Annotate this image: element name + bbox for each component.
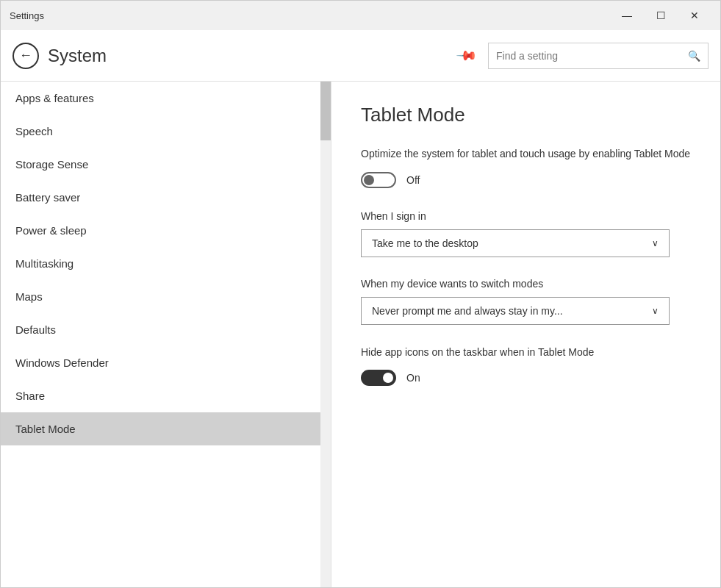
tablet-mode-toggle-row: Off	[361, 172, 691, 188]
search-input[interactable]	[496, 50, 688, 62]
tablet-mode-description: Optimize the system for tablet and touch…	[361, 147, 691, 162]
close-button[interactable]: ✕	[678, 1, 711, 30]
switch-modes-dropdown-chevron: ∨	[652, 306, 659, 316]
page-title: System	[48, 46, 445, 66]
hide-icons-toggle[interactable]	[361, 370, 396, 386]
title-controls: — ☐ ✕	[610, 1, 711, 30]
sidebar-item-power-sleep[interactable]: Power & sleep	[1, 214, 331, 247]
pin-icon[interactable]: 📌	[449, 37, 484, 73]
sidebar-item-share[interactable]: Share	[1, 379, 331, 412]
title-bar: Settings — ☐ ✕	[1, 1, 720, 30]
content-area: Apps & features Speech Storage Sense Bat…	[1, 82, 720, 587]
window-title: Settings	[10, 10, 44, 21]
sidebar-item-defaults[interactable]: Defaults	[1, 313, 331, 346]
section-title: Tablet Mode	[361, 104, 691, 126]
sign-in-dropdown-chevron: ∨	[652, 238, 659, 248]
sign-in-dropdown[interactable]: Take me to the desktop ∨	[361, 229, 670, 257]
hide-icons-description: Hide app icons on the taskbar when in Ta…	[361, 345, 691, 360]
search-icon: 🔍	[688, 50, 700, 62]
settings-window: Settings — ☐ ✕ ← System 📌 🔍 Apps & featu…	[0, 0, 721, 588]
main-content: Tablet Mode Optimize the system for tabl…	[331, 82, 720, 587]
sidebar-item-multitasking[interactable]: Multitasking	[1, 247, 331, 280]
sidebar-item-apps-features[interactable]: Apps & features	[1, 82, 331, 115]
sidebar-item-windows-defender[interactable]: Windows Defender	[1, 346, 331, 379]
sign-in-label: When I sign in	[361, 210, 691, 222]
hide-icons-toggle-thumb	[383, 373, 393, 383]
hide-icons-toggle-row: On	[361, 370, 691, 386]
search-box: 🔍	[488, 43, 709, 69]
header-bar: ← System 📌 🔍	[1, 30, 720, 82]
tablet-mode-toggle-thumb	[364, 175, 374, 185]
sign-in-dropdown-value: Take me to the desktop	[372, 237, 478, 249]
scrollbar-thumb[interactable]	[320, 82, 331, 140]
switch-modes-label: When my device wants to switch modes	[361, 278, 691, 290]
tablet-mode-toggle-label: Off	[406, 174, 420, 186]
sidebar-item-speech[interactable]: Speech	[1, 115, 331, 148]
title-bar-left: Settings	[10, 10, 44, 21]
hide-icons-toggle-label: On	[406, 372, 420, 384]
minimize-button[interactable]: —	[610, 1, 644, 30]
sidebar-item-tablet-mode[interactable]: Tablet Mode	[1, 412, 331, 445]
sidebar-item-storage-sense[interactable]: Storage Sense	[1, 148, 331, 181]
sidebar-item-battery-saver[interactable]: Battery saver	[1, 181, 331, 214]
sidebar: Apps & features Speech Storage Sense Bat…	[1, 82, 331, 587]
scrollbar-track	[320, 82, 331, 587]
switch-modes-dropdown[interactable]: Never prompt me and always stay in my...…	[361, 297, 670, 325]
maximize-button[interactable]: ☐	[644, 1, 678, 30]
back-button[interactable]: ←	[12, 43, 39, 69]
sidebar-item-maps[interactable]: Maps	[1, 280, 331, 313]
switch-modes-dropdown-value: Never prompt me and always stay in my...	[372, 305, 563, 317]
tablet-mode-toggle[interactable]	[361, 172, 396, 188]
